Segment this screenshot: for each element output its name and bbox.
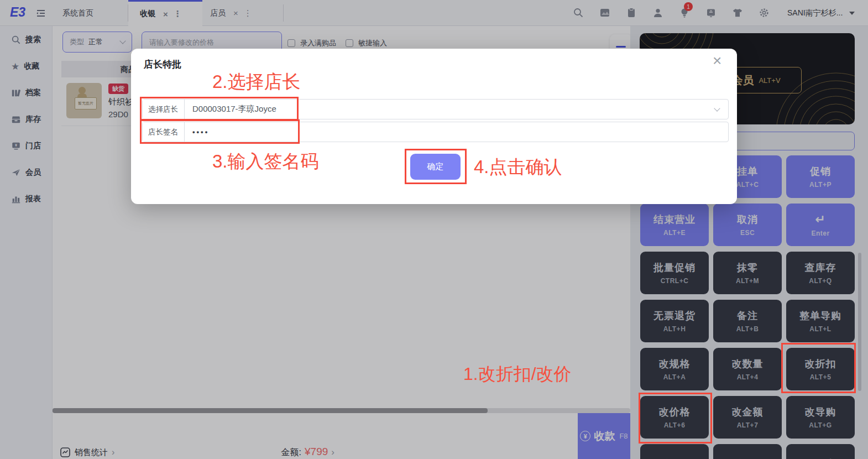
highlight-rect-change-discount xyxy=(781,343,856,393)
highlight-rect-signature xyxy=(140,119,300,144)
manager-approval-modal: 店长特批 × 2.选择店长 选择店长 D00003017-李琼Joyce 店长签… xyxy=(131,49,737,204)
highlight-rect-confirm xyxy=(405,149,467,184)
close-icon[interactable]: × xyxy=(713,53,721,69)
highlight-rect-manager xyxy=(140,97,299,121)
annotation-step1: 1.改折扣/改价 xyxy=(463,362,572,387)
annotation-step4: 4.点击确认 xyxy=(474,155,562,180)
chevron-down-icon xyxy=(714,105,720,111)
annotation-step3: 3.输入签名码 xyxy=(212,149,319,174)
annotation-step2: 2.选择店长 xyxy=(212,70,301,95)
modal-title: 店长特批 xyxy=(144,58,181,71)
highlight-rect-change-price xyxy=(639,393,712,444)
